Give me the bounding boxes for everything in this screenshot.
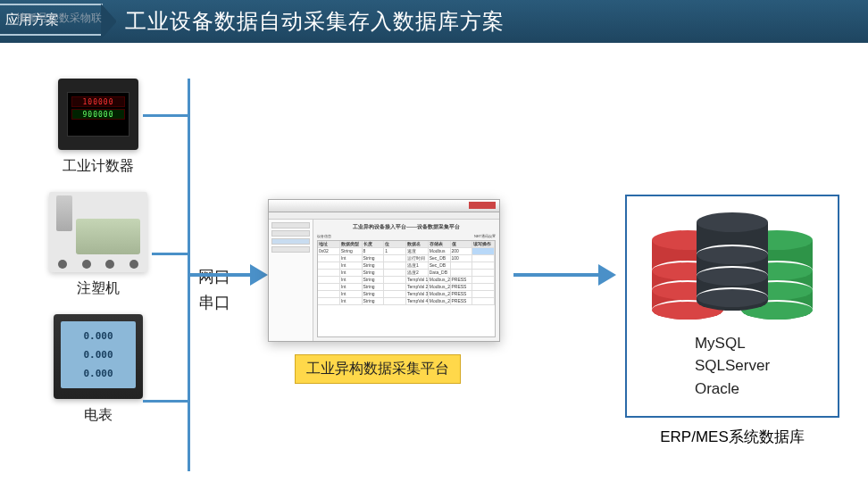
counter-label: 工业计数器 xyxy=(63,157,134,176)
app-menu xyxy=(269,212,499,220)
database-label: ERP/MES系统数据库 xyxy=(625,427,839,447)
port-ethernet-label: 网口 xyxy=(198,264,230,290)
device-meter: 0.000 0.000 0.000 电表 xyxy=(36,314,161,425)
arrow-to-platform xyxy=(188,273,268,277)
app-heading: 工业异构设备接入平台——设备数据采集平台 xyxy=(317,223,496,231)
database-names: MySQL SQLServer Oracle xyxy=(695,332,770,401)
connector-molding xyxy=(152,253,188,255)
counter-display-2: 900000 xyxy=(71,109,125,120)
header-bar: 应用方案 工业设备数据自动采集存入数据库方案 xyxy=(0,0,868,43)
app-sidebar xyxy=(269,220,313,341)
connector-meter xyxy=(143,400,188,403)
device-counter: 100000 900000 工业计数器 xyxy=(36,79,161,176)
counter-icon: 100000 900000 xyxy=(58,79,138,150)
app-data-table: 地址数据类型长度位数据名存储表值读写操作0x02String81速度Modbus… xyxy=(317,240,496,337)
page-title: 工业设备数据自动采集存入数据库方案 xyxy=(125,7,505,36)
db-oracle: Oracle xyxy=(695,378,770,401)
db-mysql: MySQL xyxy=(695,332,770,355)
molding-machine-icon xyxy=(49,192,147,272)
connector-counter xyxy=(143,114,188,117)
database-box: MySQL SQLServer Oracle ERP/MES系统数据库 xyxy=(625,195,839,453)
molding-label: 注塑机 xyxy=(77,279,120,298)
architecture-diagram: 100000 900000 工业计数器 注塑机 0.000 0.000 0.00… xyxy=(0,43,868,490)
watermark-text: 搜狐号@数采物联 xyxy=(16,11,102,26)
platform-label: 工业异构数据采集平台 xyxy=(295,354,461,384)
meter-label: 电表 xyxy=(84,406,113,425)
platform-app-window: 工业异构设备接入平台——设备数据采集平台 设备信息NET通讯设置 地址数据类型长… xyxy=(268,199,500,342)
database-icon-group xyxy=(652,212,813,320)
arrow-to-database xyxy=(513,273,616,277)
connection-labels: 网口 串口 xyxy=(198,264,230,316)
device-molding: 注塑机 xyxy=(36,192,161,298)
db-sqlserver: SQLServer xyxy=(695,354,770,378)
database-cylinder-dark xyxy=(697,212,768,311)
counter-display-1: 100000 xyxy=(71,96,125,107)
device-column: 100000 900000 工业计数器 注塑机 0.000 0.000 0.00… xyxy=(36,79,161,441)
app-titlebar xyxy=(269,200,499,212)
port-serial-label: 串口 xyxy=(198,290,230,316)
power-meter-icon: 0.000 0.000 0.000 xyxy=(54,314,143,399)
platform-box: 工业异构设备接入平台——设备数据采集平台 设备信息NET通讯设置 地址数据类型长… xyxy=(268,199,500,373)
